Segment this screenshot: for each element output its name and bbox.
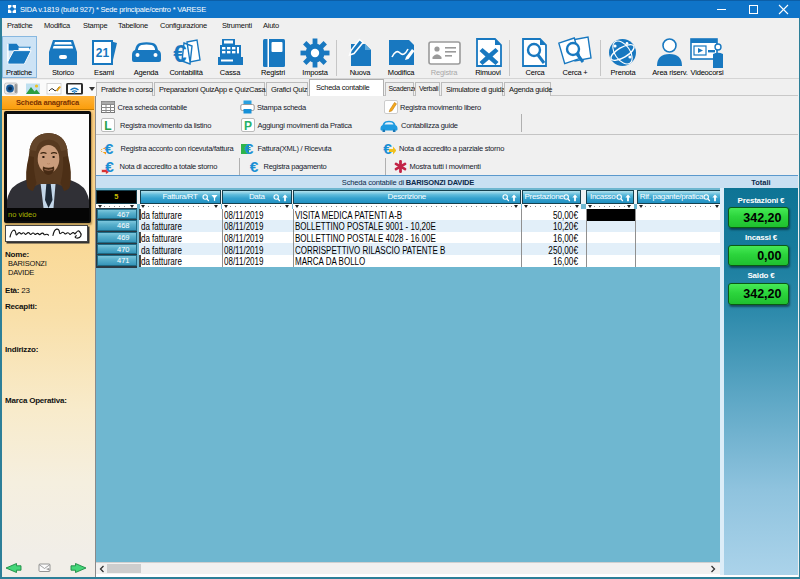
svg-text:€: € <box>173 40 186 67</box>
svg-text:L: L <box>104 119 111 133</box>
svg-text:€: € <box>105 160 114 174</box>
svg-text:21: 21 <box>96 46 110 60</box>
svg-text:P: P <box>244 119 252 133</box>
svg-text:€: € <box>250 160 259 174</box>
svg-text:€: € <box>105 142 114 156</box>
svg-text:€: € <box>245 142 254 156</box>
